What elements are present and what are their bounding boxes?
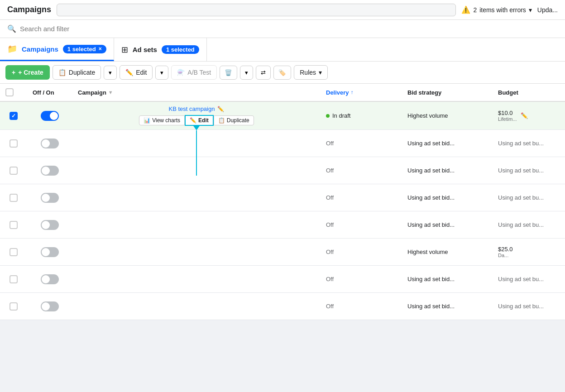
campaigns-selected-close[interactable]: × <box>99 46 102 52</box>
trash-icon: 🗑️ <box>225 69 232 76</box>
bid-strategy-text: Highest volume <box>407 112 448 119</box>
toggle-knob <box>42 194 50 202</box>
inline-actions: 📊 View charts✏️ Edit📋Duplicate <box>139 115 254 126</box>
dropdown-chevron-icon: ▾ <box>245 69 248 76</box>
duplicate-dropdown-button[interactable]: ▾ <box>104 66 117 80</box>
row-checkbox[interactable] <box>10 221 18 229</box>
th-bid-strategy: Bid strategy <box>402 88 493 96</box>
table-row: OffUsing ad set bid...Using ad set bu... <box>0 130 565 157</box>
row-toggle[interactable] <box>41 274 59 284</box>
row-toggle-cell <box>27 107 72 124</box>
row-toggle[interactable] <box>41 193 59 203</box>
duplicate-icon: 📋 <box>58 69 66 76</box>
row-campaign-cell <box>72 221 321 229</box>
dropdown-chevron-icon: ▾ <box>160 69 163 76</box>
budget-period-text: Lifetim... <box>498 116 517 122</box>
ab-test-button[interactable]: ⚗️ A/B Test <box>171 65 217 80</box>
inline-duplicate-button[interactable]: 📋Duplicate <box>214 115 254 125</box>
campaigns-selected-badge[interactable]: 1 selected × <box>63 45 106 53</box>
dropdown-chevron-icon: ▾ <box>529 6 532 14</box>
table-row: KB test campaign ✏️📊 View charts✏️ Edit📋… <box>0 102 565 130</box>
row-toggle-cell <box>27 135 72 152</box>
table-row: OffUsing ad set bid...Using ad set bu... <box>0 157 565 184</box>
campaign-name[interactable]: KB test campaign ✏️ <box>169 105 225 112</box>
row-toggle[interactable] <box>41 111 59 121</box>
campaign-edit-pencil-icon[interactable]: ✏️ <box>217 106 224 112</box>
edit-pencil-icon: ✏️ <box>190 117 196 124</box>
bid-strategy-text: Highest volume <box>407 249 448 255</box>
error-label: items with errors <box>479 6 526 14</box>
row-delivery-cell: Off <box>321 136 402 150</box>
row-checkbox-cell <box>0 217 27 233</box>
row-budget-cell: Using ad set bu... <box>493 272 565 286</box>
row-toggle[interactable] <box>41 301 59 311</box>
delivery-status-text: Off <box>326 303 334 310</box>
rules-button[interactable]: Rules ▾ <box>294 65 328 80</box>
delivery-status-text: Off <box>326 276 334 282</box>
delivery-status-text: Off <box>326 249 334 255</box>
edit-button[interactable]: ✏️ Edit <box>120 65 153 80</box>
header-checkbox[interactable] <box>5 88 14 96</box>
campaigns-selected-count: 1 selected <box>67 46 96 53</box>
delivery-sort-icon: ↑ <box>351 89 354 96</box>
table-container: Off / On Campaign ▼ Delivery ↑ Bid strat… <box>0 84 565 320</box>
row-bid-strategy-cell: Using ad set bid... <box>402 163 493 177</box>
adsets-tab[interactable]: ⊞ Ad sets 1 selected <box>114 38 207 61</box>
campaign-sort-icon[interactable]: ▼ <box>108 90 113 95</box>
row-toggle[interactable] <box>41 166 59 176</box>
th-off-on: Off / On <box>27 88 72 96</box>
duplicate-icon: 📋 <box>218 117 225 124</box>
bid-strategy-text: Using ad set bid... <box>407 276 455 282</box>
top-bar: Campaigns ⚠️ 2 items with errors ▾ Upda.… <box>0 0 565 20</box>
adsets-selected-count: 1 selected <box>166 46 195 53</box>
table-rows: KB test campaign ✏️📊 View charts✏️ Edit📋… <box>0 102 565 320</box>
budget-edit-pencil-icon[interactable]: ✏️ <box>521 112 528 119</box>
row-checkbox[interactable] <box>10 275 18 283</box>
campaigns-tab-label: Campaigns <box>22 45 58 53</box>
row-toggle[interactable] <box>41 220 59 230</box>
chart-icon: 📊 <box>144 117 150 124</box>
delete-dropdown-button[interactable]: ▾ <box>240 66 253 80</box>
row-toggle[interactable] <box>41 139 59 148</box>
row-bid-strategy-cell: Highest volume <box>402 109 493 123</box>
edit-dropdown-button[interactable]: ▾ <box>155 66 168 80</box>
campaigns-tab[interactable]: 📁 Campaigns 1 selected × <box>0 38 114 61</box>
row-checkbox[interactable] <box>10 139 18 148</box>
search-bar: 🔍 <box>0 20 565 38</box>
row-checkbox[interactable] <box>10 112 18 120</box>
page-title: Campaigns <box>7 5 51 14</box>
inline-edit-button[interactable]: ✏️ Edit <box>185 115 214 126</box>
view-charts-button[interactable]: 📊 View charts <box>139 115 185 125</box>
bid-strategy-text: Using ad set bid... <box>407 167 455 174</box>
row-delivery-cell: Off <box>321 299 402 313</box>
toggle-knob <box>42 221 50 229</box>
duplicate-button[interactable]: 📋 Duplicate <box>53 65 101 80</box>
delivery-status-text: Off <box>326 140 334 147</box>
error-count: 2 <box>473 6 477 14</box>
row-checkbox[interactable] <box>10 302 18 311</box>
arrow-line <box>196 130 197 176</box>
th-delivery[interactable]: Delivery ↑ <box>321 88 402 96</box>
search-input[interactable] <box>20 25 110 33</box>
row-checkbox[interactable] <box>10 167 18 175</box>
transfer-button[interactable]: ⇄ <box>256 66 271 80</box>
budget-text: Using ad set bu... <box>498 221 544 228</box>
budget-text: Using ad set bu... <box>498 167 544 174</box>
tag-button[interactable]: 🏷️ <box>273 66 291 80</box>
dropdown-chevron-icon: ▾ <box>109 69 112 76</box>
toggle-knob <box>42 139 50 148</box>
row-campaign-cell <box>72 194 321 201</box>
adsets-selected-badge[interactable]: 1 selected <box>162 45 199 54</box>
row-toggle[interactable] <box>41 247 59 257</box>
delete-button[interactable]: 🗑️ <box>220 66 237 80</box>
error-badge[interactable]: ⚠️ 2 items with errors ▾ <box>461 5 531 14</box>
toolbar: + + Create 📋 Duplicate ▾ ✏️ Edit ▾ ⚗️ A/… <box>0 62 565 84</box>
row-checkbox[interactable] <box>10 248 18 256</box>
row-budget-cell: Using ad set bu... <box>493 299 565 313</box>
row-checkbox[interactable] <box>10 194 18 202</box>
row-checkbox-cell <box>0 190 27 206</box>
table-row: OffUsing ad set bid...Using ad set bu... <box>0 266 565 293</box>
edit-icon: ✏️ <box>125 69 133 76</box>
row-delivery-cell: Off <box>321 245 402 259</box>
create-button[interactable]: + + Create <box>5 65 50 80</box>
